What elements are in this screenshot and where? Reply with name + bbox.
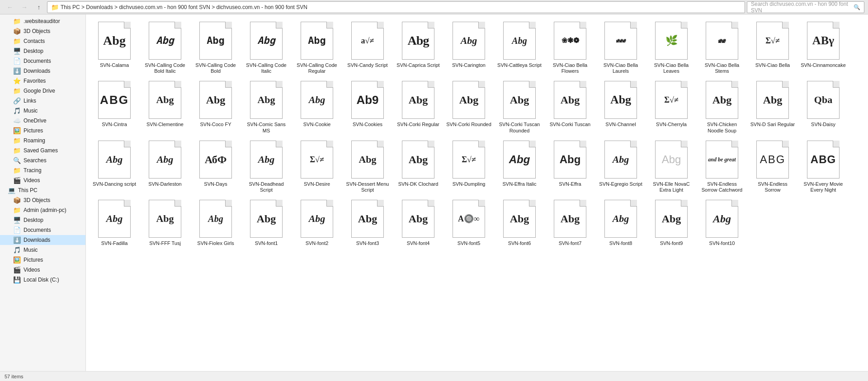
font-item[interactable]: Abg SVN-Cookie [292,77,342,136]
sidebar-item-label: Documents [24,227,51,233]
font-item[interactable]: A🔘∞ SVN-font5 [444,196,494,249]
font-item[interactable]: Abg SVN-FFF Tusj [140,196,190,249]
font-item[interactable]: ❀❃❁ SVN-Ciao Bella Flowers [545,18,595,76]
font-item[interactable]: Abg SVN-Channel [596,77,646,136]
font-item[interactable]: Abg SVN-DK Clochard [393,137,443,195]
address-bar[interactable]: 📁 This PC > Downloads > dichvuseo.com.vn… [47,1,745,13]
font-item[interactable]: ABG SVN-Endless Sorrow [748,137,797,195]
font-file-icon: ABG [755,139,791,180]
search-bar[interactable]: Search dichvuseo.com.vn - hon 900 font S… [747,1,864,13]
sidebar-item-3d-objects-top[interactable]: 📦3D Objects [0,26,85,36]
font-item[interactable]: Abg SVN-Elle NovaC Extra Light [646,137,696,195]
font-item[interactable]: Abg SVN-Calling Code Bold Italic [140,18,190,76]
sidebar-item-contacts[interactable]: 📁Contacts [0,36,85,46]
font-item[interactable]: Abg SVN-font10 [697,196,747,249]
font-item[interactable]: Abg SVN-font6 [495,196,544,249]
font-item[interactable]: ⸙⸙ SVN-Ciao Bella Stems [697,18,747,76]
font-item[interactable]: Σ√≠ SVN-Desire [292,137,342,195]
font-item[interactable]: Abg SVN-Cattleya Script [495,18,544,76]
font-item[interactable]: Abg SVN-font3 [343,196,392,249]
font-item[interactable]: Abg SVN-Carington [444,18,494,76]
sidebar-item-admin-pc[interactable]: 📁Admin (admin-pc) [0,205,85,215]
sidebar-item-music-pc[interactable]: 🎵Music [0,245,85,255]
font-item[interactable]: Abg SVN-font9 [646,196,696,249]
sidebar-item-3d-objects-pc[interactable]: 📦3D Objects [0,195,85,205]
font-item[interactable]: Abg SVN-Corki Tuscan [545,77,595,136]
font-item[interactable]: Σ√≠ SVN-Ciao Bella [748,18,797,76]
font-item[interactable]: Abg SVN-Fiolex Girls [191,196,241,249]
font-preview: ΑΒγ [811,34,835,47]
font-item[interactable]: Abg SVN-Calling Code Bold [191,18,241,76]
font-file-icon: Abg [501,20,538,61]
font-item[interactable]: Abg SVN-Corki Regular [393,77,443,136]
font-item[interactable]: ABG SVN-Every Movie Every Night [798,137,848,195]
sidebar-item-googledrive[interactable]: 📁Google Drive [0,86,85,96]
sidebar-item-videos-top[interactable]: 🎬Videos [0,175,85,185]
font-item[interactable]: and be great SVN-Endless Sorrow Catchwor… [697,137,747,195]
font-item[interactable]: Abg SVN-Corki Rounded [444,77,494,136]
font-item[interactable]: Abg SVN-Dessert Menu Script [343,137,392,195]
font-file-icon: Σ√≠ [653,80,689,120]
font-item[interactable]: Abg SVN-Coco FY [191,77,241,136]
font-item[interactable]: Σ√≠ SVN-Cherryla [646,77,696,136]
font-item[interactable]: Abg SVN-Clementine [140,77,190,136]
font-item[interactable]: ABG SVN-Cintra [90,77,139,136]
sidebar-item-links[interactable]: 🔗Links [0,96,85,106]
sidebar-item-desktop-top[interactable]: 🖥️Desktop [0,46,85,56]
sidebar-item-downloads-top[interactable]: ⬇️Downloads [0,66,85,76]
font-name: SVN-Calling Code Bold Italic [142,62,188,74]
font-item[interactable]: 🌿 SVN-Ciao Bella Leaves [646,18,696,76]
font-item[interactable]: ΑΒγ SVN-Cinnamoncake [798,18,848,76]
font-item[interactable]: Abg SVN-Dancing script [90,137,139,195]
sidebar-item-downloads-pc[interactable]: ⬇️Downloads [0,235,85,245]
sidebar-item-pictures-top[interactable]: 🖼️Pictures [0,126,85,136]
sidebar-item-websiteauditor[interactable]: 📁.websiteauditor [0,16,85,26]
font-name: SVN-Cattleya Script [497,62,542,68]
sidebar-item-desktop-pc[interactable]: 🖥️Desktop [0,215,85,225]
font-item[interactable]: Abg SVN-Effra [545,137,595,195]
sidebar-item-music-top[interactable]: 🎵Music [0,106,85,116]
font-item[interactable]: Abg SVN-Calling Code Regular [292,18,342,76]
sidebar-item-onedrive[interactable]: ☁️OneDrive [0,116,85,126]
font-item[interactable]: Abg SVN-D Sari Regular [748,77,797,136]
font-item[interactable]: Ab9 SVN-Cookies [343,77,392,136]
font-item[interactable]: Abg SVN-Egregio Script [596,137,646,195]
font-item[interactable]: Abg SVN-Fadilla [90,196,139,249]
up-button[interactable]: ↑ [33,1,45,14]
font-item[interactable]: Abg SVN-Corki Tuscan Rounded [495,77,544,136]
font-item[interactable]: a√≠ SVN-Candy Script [343,18,392,76]
font-item[interactable]: АбФ SVN-Days [191,137,241,195]
sidebar-item-savedgames[interactable]: 📁Saved Games [0,146,85,155]
font-item[interactable]: Abg SVN-Caprica Script [393,18,443,76]
font-item[interactable]: Σ√≠ SVN-Dumpling [444,137,494,195]
font-item[interactable]: Abg SVN-font7 [545,196,595,249]
back-button[interactable]: ← [4,1,16,14]
font-item[interactable]: ⸙⸙⸙ SVN-Ciao Bella Laurels [596,18,646,76]
font-item[interactable]: Qba SVN-Daisy [798,77,848,136]
sidebar-item-roaming[interactable]: 📁Roaming [0,136,85,146]
font-item[interactable]: Abg SVN-Calling Code Italic [241,18,291,76]
item-icon: 🎬 [13,177,21,184]
font-item[interactable]: Abg SVN-font1 [241,196,291,249]
sidebar-item-favorites[interactable]: ⭐Favorites [0,76,85,86]
sidebar-item-documents-pc[interactable]: 📄Documents [0,225,85,235]
font-name: SVN-font9 [660,240,683,246]
font-item[interactable]: Abg SVN-font8 [596,196,646,249]
paper-icon: Abg [98,200,131,238]
font-item[interactable]: Abg SVN-Calama [90,18,139,76]
sidebar-item-thispc[interactable]: 💻This PC [0,185,85,195]
forward-button[interactable]: → [18,1,31,14]
font-item[interactable]: Abg SVN-Deadhead Script [241,137,291,195]
font-item[interactable]: Abg SVN-Comic Sans MS [241,77,291,136]
font-item[interactable]: Abg SVN-font4 [393,196,443,249]
font-item[interactable]: Abg SVN-Effra Italic [495,137,544,195]
sidebar-item-pictures-pc[interactable]: 🖼️Pictures [0,255,85,265]
sidebar-item-localdisk[interactable]: 💾Local Disk (C:) [0,275,85,285]
sidebar-item-documents-top[interactable]: 📄Documents [0,56,85,66]
font-item[interactable]: Abg SVN-font2 [292,196,342,249]
sidebar-item-tracing[interactable]: 📁Tracing [0,165,85,175]
sidebar-item-searches[interactable]: 🔍Searches [0,155,85,165]
font-item[interactable]: Abg SVN-Darleston [140,137,190,195]
sidebar-item-videos-pc[interactable]: 🎬Videos [0,265,85,275]
font-item[interactable]: Abg SVN-Chicken Noodle Soup [697,77,747,136]
